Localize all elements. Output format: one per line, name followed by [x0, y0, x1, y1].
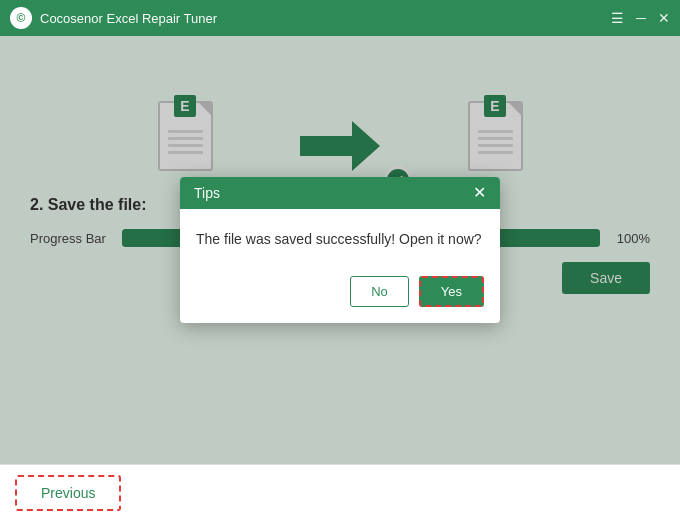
modal-title: Tips [194, 185, 220, 201]
yes-button[interactable]: Yes [419, 276, 484, 307]
tips-dialog: Tips ✕ The file was saved successfully! … [180, 177, 500, 323]
modal-footer: No Yes [180, 266, 500, 323]
app-icon: © [10, 7, 32, 29]
app-title: Cocosenor Excel Repair Tuner [40, 11, 611, 26]
previous-button[interactable]: Previous [15, 475, 121, 511]
close-icon[interactable]: ✕ [658, 10, 670, 26]
bottom-bar: Previous [0, 464, 680, 520]
modal-body: The file was saved successfully! Open it… [180, 209, 500, 266]
menu-icon[interactable]: ☰ [611, 10, 624, 26]
window-controls: ☰ ─ ✕ [611, 10, 670, 26]
modal-message: The file was saved successfully! Open it… [196, 231, 482, 247]
modal-overlay: Tips ✕ The file was saved successfully! … [0, 36, 680, 464]
modal-close-button[interactable]: ✕ [473, 185, 486, 201]
minimize-icon[interactable]: ─ [636, 10, 646, 26]
main-content: E E [0, 36, 680, 464]
modal-header: Tips ✕ [180, 177, 500, 209]
title-bar: © Cocosenor Excel Repair Tuner ☰ ─ ✕ [0, 0, 680, 36]
no-button[interactable]: No [350, 276, 409, 307]
